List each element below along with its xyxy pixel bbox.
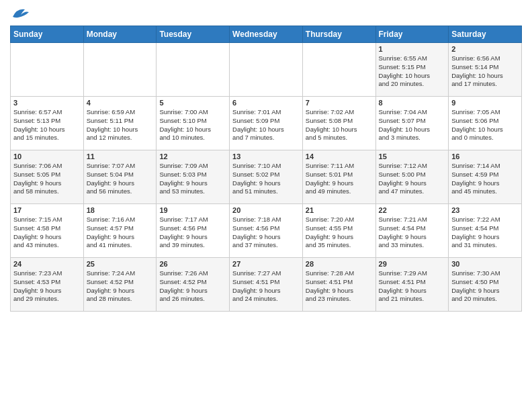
day-number: 22 bbox=[379, 206, 446, 214]
day-number: 28 bbox=[306, 260, 373, 268]
day-info: Sunrise: 7:12 AM Sunset: 5:00 PM Dayligh… bbox=[379, 162, 446, 196]
calendar-cell: 27Sunrise: 7:27 AM Sunset: 4:51 PM Dayli… bbox=[230, 258, 303, 312]
calendar-week-row: 17Sunrise: 7:15 AM Sunset: 4:58 PM Dayli… bbox=[11, 204, 522, 258]
day-info: Sunrise: 7:29 AM Sunset: 4:51 PM Dayligh… bbox=[379, 269, 446, 304]
calendar-cell: 22Sunrise: 7:21 AM Sunset: 4:54 PM Dayli… bbox=[375, 204, 449, 258]
day-info: Sunrise: 7:05 AM Sunset: 5:06 PM Dayligh… bbox=[451, 108, 519, 142]
calendar-cell: 7Sunrise: 7:02 AM Sunset: 5:08 PM Daylig… bbox=[302, 97, 375, 150]
day-info: Sunrise: 7:04 AM Sunset: 5:07 PM Dayligh… bbox=[379, 108, 446, 142]
logo-bird-icon bbox=[11, 7, 30, 20]
day-info: Sunrise: 6:59 AM Sunset: 5:11 PM Dayligh… bbox=[87, 108, 154, 142]
calendar-week-row: 10Sunrise: 7:06 AM Sunset: 5:05 PM Dayli… bbox=[11, 150, 522, 204]
day-number: 1 bbox=[379, 45, 446, 53]
calendar-cell: 18Sunrise: 7:16 AM Sunset: 4:57 PM Dayli… bbox=[83, 204, 157, 258]
day-info: Sunrise: 7:27 AM Sunset: 4:51 PM Dayligh… bbox=[232, 269, 300, 304]
calendar-cell: 24Sunrise: 7:23 AM Sunset: 4:53 PM Dayli… bbox=[11, 258, 84, 312]
day-info: Sunrise: 7:22 AM Sunset: 4:54 PM Dayligh… bbox=[451, 216, 519, 250]
calendar-cell: 13Sunrise: 7:10 AM Sunset: 5:02 PM Dayli… bbox=[230, 150, 303, 204]
day-number: 25 bbox=[87, 260, 154, 268]
day-number: 23 bbox=[451, 206, 519, 214]
calendar-cell: 20Sunrise: 7:18 AM Sunset: 4:56 PM Dayli… bbox=[230, 204, 303, 258]
day-info: Sunrise: 7:20 AM Sunset: 4:55 PM Dayligh… bbox=[306, 216, 373, 250]
day-number: 6 bbox=[232, 99, 300, 107]
calendar-cell: 11Sunrise: 7:07 AM Sunset: 5:04 PM Dayli… bbox=[83, 150, 157, 204]
day-info: Sunrise: 7:07 AM Sunset: 5:04 PM Dayligh… bbox=[87, 162, 154, 196]
day-number: 12 bbox=[159, 152, 226, 161]
calendar-week-row: 3Sunrise: 6:57 AM Sunset: 5:13 PM Daylig… bbox=[11, 97, 522, 150]
calendar-cell: 16Sunrise: 7:14 AM Sunset: 4:59 PM Dayli… bbox=[449, 150, 522, 204]
day-number: 10 bbox=[13, 152, 81, 161]
day-info: Sunrise: 7:30 AM Sunset: 4:50 PM Dayligh… bbox=[451, 269, 519, 304]
calendar-day-header: Friday bbox=[375, 26, 449, 43]
calendar-cell: 9Sunrise: 7:05 AM Sunset: 5:06 PM Daylig… bbox=[449, 97, 522, 150]
calendar-day-header: Sunday bbox=[11, 26, 84, 43]
day-number: 19 bbox=[159, 206, 226, 214]
calendar-day-header: Wednesday bbox=[230, 26, 303, 43]
day-number: 14 bbox=[306, 152, 373, 161]
day-number: 18 bbox=[87, 206, 154, 214]
calendar-cell bbox=[83, 43, 157, 97]
calendar-cell: 26Sunrise: 7:26 AM Sunset: 4:52 PM Dayli… bbox=[157, 258, 230, 312]
calendar-cell: 23Sunrise: 7:22 AM Sunset: 4:54 PM Dayli… bbox=[449, 204, 522, 258]
day-number: 26 bbox=[159, 260, 226, 268]
calendar-cell: 12Sunrise: 7:09 AM Sunset: 5:03 PM Dayli… bbox=[157, 150, 230, 204]
day-info: Sunrise: 7:17 AM Sunset: 4:56 PM Dayligh… bbox=[159, 216, 226, 250]
calendar-cell: 25Sunrise: 7:24 AM Sunset: 4:52 PM Dayli… bbox=[83, 258, 157, 312]
day-info: Sunrise: 7:23 AM Sunset: 4:53 PM Dayligh… bbox=[13, 269, 81, 304]
day-number: 3 bbox=[13, 99, 81, 107]
calendar-cell: 6Sunrise: 7:01 AM Sunset: 5:09 PM Daylig… bbox=[230, 97, 303, 150]
day-number: 24 bbox=[13, 260, 81, 268]
day-number: 7 bbox=[306, 99, 373, 107]
day-info: Sunrise: 7:21 AM Sunset: 4:54 PM Dayligh… bbox=[379, 216, 446, 250]
day-info: Sunrise: 7:16 AM Sunset: 4:57 PM Dayligh… bbox=[87, 216, 154, 250]
calendar-cell bbox=[157, 43, 230, 97]
calendar-day-header: Saturday bbox=[449, 26, 522, 43]
calendar-cell bbox=[230, 43, 303, 97]
calendar-week-row: 1Sunrise: 6:55 AM Sunset: 5:15 PM Daylig… bbox=[11, 43, 522, 97]
day-info: Sunrise: 6:55 AM Sunset: 5:15 PM Dayligh… bbox=[379, 54, 446, 89]
calendar-cell: 14Sunrise: 7:11 AM Sunset: 5:01 PM Dayli… bbox=[302, 150, 375, 204]
calendar-cell: 8Sunrise: 7:04 AM Sunset: 5:07 PM Daylig… bbox=[375, 97, 449, 150]
day-number: 27 bbox=[232, 260, 300, 268]
day-info: Sunrise: 7:15 AM Sunset: 4:58 PM Dayligh… bbox=[13, 216, 81, 250]
calendar-cell: 30Sunrise: 7:30 AM Sunset: 4:50 PM Dayli… bbox=[449, 258, 522, 312]
day-number: 11 bbox=[87, 152, 154, 161]
day-info: Sunrise: 7:01 AM Sunset: 5:09 PM Dayligh… bbox=[232, 108, 300, 142]
calendar-day-header: Tuesday bbox=[157, 26, 230, 43]
calendar-cell: 17Sunrise: 7:15 AM Sunset: 4:58 PM Dayli… bbox=[11, 204, 84, 258]
day-number: 30 bbox=[451, 260, 519, 268]
day-info: Sunrise: 7:10 AM Sunset: 5:02 PM Dayligh… bbox=[232, 162, 300, 196]
page: SundayMondayTuesdayWednesdayThursdayFrid… bbox=[0, 0, 532, 322]
day-info: Sunrise: 7:09 AM Sunset: 5:03 PM Dayligh… bbox=[159, 162, 226, 196]
calendar-cell: 28Sunrise: 7:28 AM Sunset: 4:51 PM Dayli… bbox=[302, 258, 375, 312]
logo bbox=[10, 7, 30, 20]
calendar-day-header: Monday bbox=[83, 26, 157, 43]
day-number: 17 bbox=[13, 206, 81, 214]
day-number: 29 bbox=[379, 260, 446, 268]
day-info: Sunrise: 7:14 AM Sunset: 4:59 PM Dayligh… bbox=[451, 162, 519, 196]
day-info: Sunrise: 7:18 AM Sunset: 4:56 PM Dayligh… bbox=[232, 216, 300, 250]
day-number: 15 bbox=[379, 152, 446, 161]
calendar-week-row: 24Sunrise: 7:23 AM Sunset: 4:53 PM Dayli… bbox=[11, 258, 522, 312]
day-number: 8 bbox=[379, 99, 446, 107]
calendar-day-header: Thursday bbox=[302, 26, 375, 43]
day-number: 13 bbox=[232, 152, 300, 161]
day-number: 5 bbox=[159, 99, 226, 107]
day-number: 16 bbox=[451, 152, 519, 161]
day-info: Sunrise: 6:57 AM Sunset: 5:13 PM Dayligh… bbox=[13, 108, 81, 142]
day-info: Sunrise: 7:06 AM Sunset: 5:05 PM Dayligh… bbox=[13, 162, 81, 196]
header bbox=[10, 7, 522, 20]
calendar-cell: 19Sunrise: 7:17 AM Sunset: 4:56 PM Dayli… bbox=[157, 204, 230, 258]
day-info: Sunrise: 7:26 AM Sunset: 4:52 PM Dayligh… bbox=[159, 269, 226, 304]
calendar-cell bbox=[302, 43, 375, 97]
calendar-header-row: SundayMondayTuesdayWednesdayThursdayFrid… bbox=[11, 26, 522, 43]
day-info: Sunrise: 7:28 AM Sunset: 4:51 PM Dayligh… bbox=[306, 269, 373, 304]
calendar-cell: 10Sunrise: 7:06 AM Sunset: 5:05 PM Dayli… bbox=[11, 150, 84, 204]
logo-text bbox=[10, 7, 30, 20]
day-info: Sunrise: 7:02 AM Sunset: 5:08 PM Dayligh… bbox=[306, 108, 373, 142]
calendar-cell bbox=[11, 43, 84, 97]
day-number: 2 bbox=[451, 45, 519, 53]
calendar-cell: 4Sunrise: 6:59 AM Sunset: 5:11 PM Daylig… bbox=[83, 97, 157, 150]
calendar-cell: 5Sunrise: 7:00 AM Sunset: 5:10 PM Daylig… bbox=[157, 97, 230, 150]
day-info: Sunrise: 7:24 AM Sunset: 4:52 PM Dayligh… bbox=[87, 269, 154, 304]
